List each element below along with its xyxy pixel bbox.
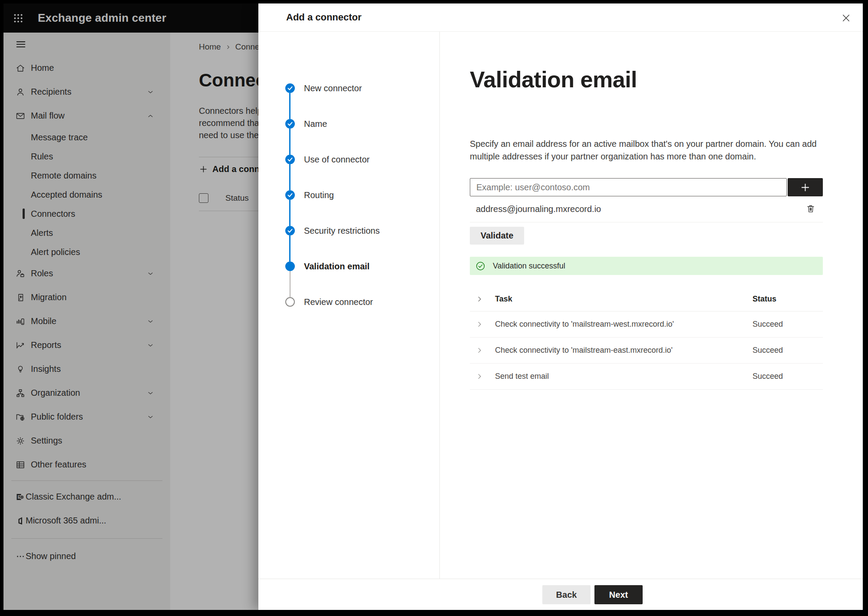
wizard-footer: Back Next bbox=[258, 579, 863, 610]
validation-success-banner: Validation successful bbox=[470, 257, 823, 275]
trash-icon bbox=[805, 203, 816, 214]
step-connector bbox=[289, 93, 290, 119]
modal-dim-overlay bbox=[3, 3, 258, 610]
delete-address-button[interactable] bbox=[805, 202, 817, 216]
check-icon bbox=[287, 86, 293, 90]
panel-title: Add a connector bbox=[286, 12, 362, 23]
table-header-row: Task Status bbox=[470, 287, 823, 311]
table-row[interactable]: Send test email Succeed bbox=[470, 364, 823, 390]
exchange-admin-app: Exchange admin center Home Recipients Ma… bbox=[3, 3, 863, 610]
back-button[interactable]: Back bbox=[542, 585, 591, 604]
validation-results-table: Task Status Check connectivity to 'mails… bbox=[470, 287, 823, 390]
task-cell: Check connectivity to 'mailstream-east.m… bbox=[495, 346, 752, 355]
table-row[interactable]: Check connectivity to 'mailstream-east.m… bbox=[470, 338, 823, 364]
validate-button[interactable]: Validate bbox=[470, 227, 524, 245]
table-row[interactable]: Check connectivity to 'mailstream-west.m… bbox=[470, 311, 823, 338]
status-cell: Succeed bbox=[752, 372, 823, 381]
chevron-right-icon[interactable] bbox=[476, 347, 483, 354]
step-description: Specify an email address for an active m… bbox=[470, 138, 817, 163]
check-icon bbox=[287, 122, 293, 126]
plus-icon bbox=[799, 182, 811, 193]
step-connector bbox=[289, 129, 290, 155]
close-icon bbox=[841, 13, 851, 23]
wizard-step-content: Validation email Specify an email addres… bbox=[440, 32, 863, 579]
step-connector bbox=[289, 200, 290, 226]
task-cell: Send test email bbox=[495, 372, 752, 381]
step-heading: Validation email bbox=[470, 65, 823, 94]
task-column-header: Task bbox=[495, 295, 752, 304]
panel-header: Add a connector bbox=[258, 3, 863, 32]
check-icon bbox=[287, 157, 293, 162]
banner-text: Validation successful bbox=[493, 262, 565, 271]
email-address-input[interactable] bbox=[470, 178, 787, 196]
chevron-right-icon[interactable] bbox=[476, 321, 483, 328]
step-connector bbox=[289, 164, 290, 190]
check-icon bbox=[287, 193, 293, 197]
add-email-button[interactable] bbox=[788, 178, 823, 196]
wizard-stepper: New connector Name Use of connector Rout… bbox=[258, 32, 440, 579]
added-address: address@journaling.mxrecord.io bbox=[476, 204, 601, 214]
add-connector-panel: Add a connector New connector Name bbox=[258, 3, 863, 610]
task-cell: Check connectivity to 'mailstream-west.m… bbox=[495, 320, 752, 329]
added-address-row: address@journaling.mxrecord.io bbox=[470, 196, 823, 222]
status-column-header: Status bbox=[752, 295, 823, 304]
close-button[interactable] bbox=[838, 10, 853, 25]
next-button[interactable]: Next bbox=[594, 585, 643, 604]
step-connector bbox=[289, 235, 290, 262]
success-check-icon bbox=[475, 261, 485, 271]
chevron-right-icon[interactable] bbox=[476, 295, 483, 303]
chevron-right-icon[interactable] bbox=[476, 373, 483, 380]
status-cell: Succeed bbox=[752, 320, 823, 329]
step-connector bbox=[290, 271, 290, 297]
check-icon bbox=[287, 229, 293, 233]
status-cell: Succeed bbox=[752, 346, 823, 355]
